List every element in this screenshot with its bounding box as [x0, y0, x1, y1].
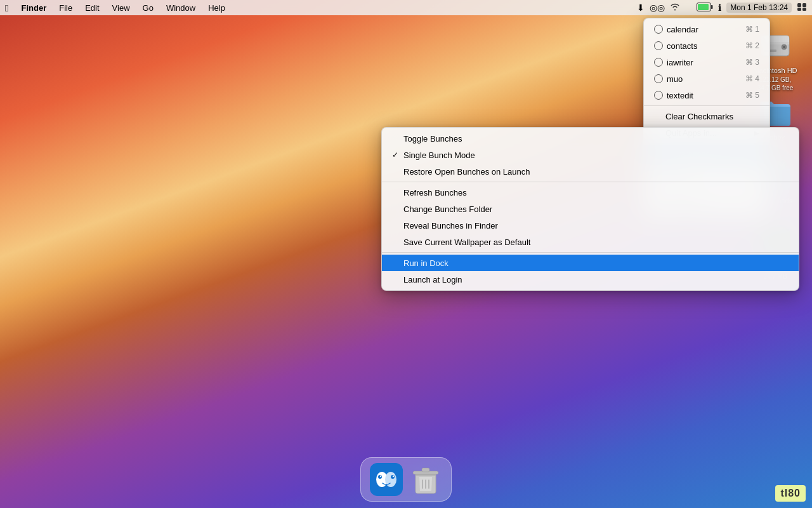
- radio-textedit: [654, 91, 663, 100]
- calendar-shortcut: ⌘ 1: [745, 25, 759, 34]
- textedit-shortcut: ⌘ 5: [745, 91, 759, 100]
- iawriter-label: iawriter: [667, 58, 693, 67]
- menu-item-clear-checkmarks[interactable]: Clear Checkmarks: [644, 108, 769, 124]
- radio-iawriter: [654, 58, 663, 67]
- menu-item-iawriter[interactable]: iawriter ⌘ 3: [644, 54, 769, 70]
- apple-menu[interactable]: : [5, 3, 8, 13]
- status-icon-circles[interactable]: ◎◎: [650, 3, 665, 13]
- menu-item-textedit[interactable]: textedit ⌘ 5: [644, 87, 769, 104]
- menu-item-reveal-bunches[interactable]: Reveal Bunches in Finder: [382, 217, 799, 234]
- menubar-right: ⬇ ◎◎ ℹ Mon 1 Feb 13:24: [637, 3, 807, 13]
- menu-item-change-bunches-folder[interactable]: Change Bunches Folder: [382, 201, 799, 217]
- separator-1: [644, 105, 769, 106]
- pref-separator-1: [382, 182, 799, 182]
- reveal-bunches-label: Reveal Bunches in Finder: [403, 221, 498, 231]
- single-bunch-mode-label: Single Bunch Mode: [403, 150, 475, 160]
- bluetooth-icon[interactable]: [685, 3, 691, 13]
- menubar-finder[interactable]: Finder: [16, 2, 51, 14]
- menu-item-restore-open-bunches[interactable]: Restore Open Bunches on Launch: [382, 163, 799, 180]
- wifi-icon[interactable]: [670, 3, 680, 13]
- menu-item-muo[interactable]: muo ⌘ 4: [644, 70, 769, 87]
- launch-at-login-label: Launch at Login: [403, 275, 462, 284]
- svg-rect-6: [802, 8, 806, 11]
- iawriter-shortcut: ⌘ 3: [745, 58, 759, 67]
- svg-rect-4: [802, 3, 806, 7]
- menubar-edit[interactable]: Edit: [80, 2, 104, 14]
- svg-rect-1: [711, 5, 713, 9]
- contacts-label: contacts: [667, 41, 697, 51]
- restore-open-bunches-label: Restore Open Bunches on Launch: [403, 167, 530, 177]
- menu-item-single-bunch-mode[interactable]: ✓ Single Bunch Mode: [382, 147, 799, 163]
- menu-item-launch-at-login[interactable]: Launch at Login: [382, 271, 799, 288]
- menubar-help[interactable]: Help: [203, 2, 230, 14]
- datetime-display[interactable]: Mon 1 Feb 13:24: [726, 3, 792, 13]
- svg-point-22: [380, 476, 381, 477]
- menu-item-run-in-dock[interactable]: Run in Dock: [382, 255, 799, 271]
- menu-item-refresh-bunches[interactable]: Refresh Bunches: [382, 184, 799, 201]
- menubar:  Finder File Edit View Go Window Help ⬇…: [0, 0, 812, 15]
- calendar-label: calendar: [667, 25, 698, 34]
- menu-item-save-wallpaper[interactable]: Save Current Wallpaper as Default: [382, 234, 799, 250]
- svg-rect-2: [698, 4, 709, 10]
- menubar-go[interactable]: Go: [138, 2, 159, 14]
- status-icon-down[interactable]: ⬇: [637, 3, 645, 13]
- menu-item-contacts[interactable]: contacts ⌘ 2: [644, 37, 769, 54]
- menubar-file[interactable]: File: [54, 2, 77, 14]
- radio-calendar: [654, 25, 663, 34]
- menubar-window[interactable]: Window: [161, 2, 200, 14]
- radio-contacts: [654, 41, 663, 50]
- dock-item-trash[interactable]: [408, 462, 443, 497]
- run-in-dock-label: Run in Dock: [403, 258, 449, 268]
- battery-icon[interactable]: [697, 3, 713, 13]
- menubar-items: Finder File Edit View Go Window Help: [16, 2, 230, 14]
- svg-point-11: [783, 46, 785, 48]
- clear-checkmarks-label: Clear Checkmarks: [665, 112, 733, 121]
- svg-rect-27: [422, 468, 429, 472]
- textedit-label: textedit: [667, 91, 693, 100]
- pref-separator-2: [382, 252, 799, 253]
- control-center-icon[interactable]: [797, 3, 807, 13]
- menu-item-calendar[interactable]: calendar ⌘ 1: [644, 21, 769, 37]
- svg-rect-5: [797, 8, 801, 11]
- save-wallpaper-label: Save Current Wallpaper as Default: [403, 237, 530, 247]
- change-bunches-folder-label: Change Bunches Folder: [403, 204, 492, 214]
- contacts-shortcut: ⌘ 2: [745, 41, 759, 50]
- watermark: tI80: [775, 485, 806, 502]
- checkmark-single-bunch: ✓: [392, 150, 402, 159]
- svg-rect-3: [797, 3, 801, 7]
- dock: [360, 457, 452, 502]
- info-icon[interactable]: ℹ: [718, 3, 721, 13]
- muo-label: muo: [667, 74, 683, 84]
- menu-item-toggle-bunches[interactable]: Toggle Bunches: [382, 130, 799, 147]
- radio-muo: [654, 74, 663, 83]
- menubar-view[interactable]: View: [107, 2, 135, 14]
- svg-point-23: [393, 476, 394, 477]
- toggle-bunches-label: Toggle Bunches: [403, 134, 462, 144]
- preferences-submenu: Toggle Bunches ✓ Single Bunch Mode Resto…: [381, 127, 799, 291]
- svg-point-20: [378, 475, 382, 479]
- svg-point-21: [391, 475, 395, 479]
- muo-shortcut: ⌘ 4: [745, 74, 759, 83]
- dock-item-finder[interactable]: [369, 462, 404, 497]
- refresh-bunches-label: Refresh Bunches: [403, 188, 467, 197]
